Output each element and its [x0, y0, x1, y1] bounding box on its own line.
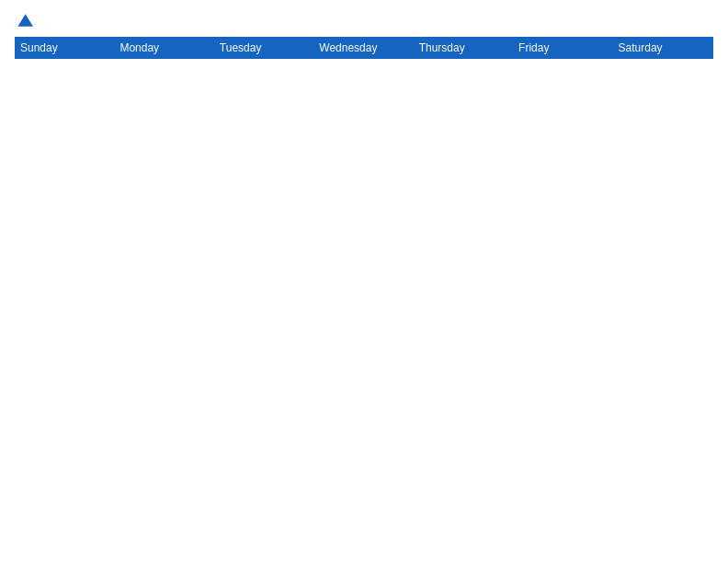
weekday-header-saturday: Saturday [613, 38, 712, 59]
calendar: SundayMondayTuesdayWednesdayThursdayFrid… [15, 37, 713, 59]
logo-icon [15, 11, 33, 29]
page: SundayMondayTuesdayWednesdayThursdayFrid… [0, 0, 728, 563]
weekday-header-friday: Friday [514, 38, 613, 59]
logo [15, 11, 37, 29]
header [15, 11, 713, 29]
weekday-header-row: SundayMondayTuesdayWednesdayThursdayFrid… [16, 38, 713, 59]
weekday-header-thursday: Thursday [414, 38, 513, 59]
weekday-header-tuesday: Tuesday [214, 38, 313, 59]
weekday-header-sunday: Sunday [16, 38, 115, 59]
weekday-header-wednesday: Wednesday [314, 38, 414, 59]
weekday-header-monday: Monday [115, 38, 214, 59]
svg-marker-0 [17, 14, 33, 26]
